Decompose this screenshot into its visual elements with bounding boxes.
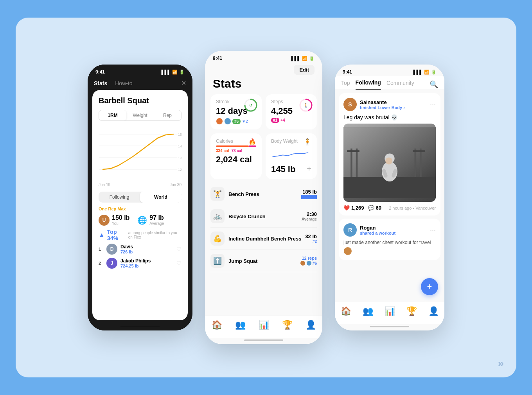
stats-page-title: Stats <box>205 75 322 94</box>
close-icon[interactable]: ✕ <box>181 79 186 87</box>
add-bodyweight-icon[interactable]: + <box>307 164 311 173</box>
post-header-1: S Sainasante finished Lower Body › ··· <box>343 98 436 111</box>
calorie-pink-fill <box>249 145 256 147</box>
status-icons-3: ▌▌▌ 📶 🔋 <box>413 70 437 75</box>
svg-rect-25 <box>415 149 417 177</box>
calories-label: Calories <box>216 138 233 144</box>
more-icon-1[interactable]: ··· <box>430 101 436 109</box>
steps-ring: 🚶 <box>299 98 313 112</box>
tab-howto[interactable]: How-to <box>115 80 132 86</box>
time-2: 9:41 <box>213 56 222 61</box>
exercise-row-2: 🚲 Bicycle Crunch 2:30 Average <box>210 205 317 228</box>
svg-text:↺: ↺ <box>249 103 253 108</box>
avatar-jakob: J <box>106 258 117 269</box>
status-icons-2: ▌▌▌ 📶 🔋 <box>291 56 315 61</box>
comment-icon-1: 💬 <box>368 205 374 211</box>
home-indicator-2 <box>244 339 283 341</box>
nav-stats-2[interactable]: 📊 <box>259 320 269 330</box>
tab-community[interactable]: Community <box>386 80 414 89</box>
phone-1: 9:41 ▌▌▌ 📶 🔋 Stats How-to ✕ Barbell Squa… <box>88 65 192 330</box>
lb-name-1: Davis <box>120 244 173 250</box>
calories-card: Calories 🔥 334 cal 73 cal 2,024 cal <box>210 133 262 179</box>
gym-image-svg <box>343 124 436 202</box>
svg-rect-27 <box>413 150 425 152</box>
nav-home-3[interactable]: 🏠 <box>341 306 351 316</box>
nav-profile-3[interactable]: 👤 <box>428 306 439 316</box>
svg-text:130: 130 <box>178 156 182 160</box>
phone-2: 9:41 ▌▌▌ 📶 🔋 Edit Stats Streak <box>205 51 322 344</box>
lb-name-2: Jakob Philips <box>120 258 173 264</box>
phone1-tabs: Stats How-to <box>94 80 133 86</box>
chart-area: 150 140 130 120 <box>99 126 182 181</box>
time-1: 9:41 <box>95 69 105 75</box>
username-1: Sainasante <box>360 99 427 105</box>
steps-card: Steps 🚶 4,255 #1 +4 <box>266 94 317 129</box>
bodyweight-card: Body Weight 🧍 145 lb + <box>266 133 317 179</box>
nav-home-2[interactable]: 🏠 <box>212 320 222 330</box>
metric-rep[interactable]: Rep <box>154 110 181 120</box>
post-header-2: R Rogan shared a workout ··· <box>343 223 436 237</box>
my-label: You <box>112 221 129 226</box>
subtitle-1: finished Lower Body › <box>360 105 427 110</box>
svg-rect-26 <box>420 149 422 177</box>
phone1-card: Barbell Squat 1RM Weight Rep <box>92 90 188 320</box>
exercise-list: 🏋️ Bench Press 185 lb Top 21% 🚲 Bicycle … <box>205 183 322 316</box>
my-weight: 150 lb <box>112 214 129 221</box>
svg-text:140: 140 <box>178 144 182 148</box>
avg-weight: 97 lb <box>149 214 164 221</box>
lb-toggle: Following World <box>99 192 182 203</box>
lb-row-2: 2 J Jakob Philips 724.25 lb ♡ <box>99 258 182 269</box>
edit-button[interactable]: Edit <box>294 65 315 75</box>
avg-label: Average <box>149 221 164 226</box>
phone2-nav: 🏠 👥 📊 🏆 👤 <box>205 316 322 338</box>
post-card-1: S Sainasante finished Lower Body › ··· L… <box>339 93 440 215</box>
heart-icon-2[interactable]: ♡ <box>176 260 182 266</box>
svg-text:150: 150 <box>178 133 182 136</box>
lb-row-1: 1 D Davis 726 lb ♡ <box>99 244 182 255</box>
heart-icon-1[interactable]: ♡ <box>176 246 182 252</box>
person-icon: 🧍 <box>304 138 311 145</box>
svg-rect-23 <box>356 149 358 177</box>
lb-following[interactable]: Following <box>99 192 140 203</box>
avatar-davis: D <box>106 244 117 255</box>
calorie-bar <box>216 145 256 147</box>
bodyweight-label: Body Weight <box>271 138 298 144</box>
calorie-orange-fill <box>216 145 249 147</box>
tab-top[interactable]: Top <box>341 80 350 89</box>
more-icon-2[interactable]: ··· <box>430 226 436 234</box>
post-card-2: R Rogan shared a workout ··· just made a… <box>339 219 440 260</box>
top-pct: Top 34% <box>107 229 126 241</box>
cal-orange: 334 cal <box>216 149 229 153</box>
post-stats-1: ❤️ 1,269 💬 69 2 hours ago • Vancouver <box>343 205 436 211</box>
metric-tabs: 1RM Weight Rep <box>99 110 182 121</box>
phone1-header: Stats How-to ✕ <box>88 76 192 90</box>
nav-people-3[interactable]: 👥 <box>363 306 373 316</box>
steps-avatars: #1 +4 <box>271 118 311 123</box>
status-icons-1: ▌▌▌ 📶 🔋 <box>162 70 185 75</box>
streak-avatars: #6 ▼2 <box>216 118 256 125</box>
post-text-2: just made another chest workout for trav… <box>343 240 436 245</box>
subtitle-2: shared a workout <box>360 231 427 235</box>
nav-people-2[interactable]: 👥 <box>235 320 246 330</box>
status-bar-1: 9:41 ▌▌▌ 📶 🔋 <box>88 65 192 76</box>
post-text-1: Leg day was brutal 💀 <box>343 114 436 120</box>
fab-button[interactable]: + <box>421 278 438 295</box>
exercise-row-4: ⬆️ Jump Squat 12 reps #6 <box>210 250 317 272</box>
svg-text:🚶: 🚶 <box>304 103 309 108</box>
phone2-header-bar: Edit <box>205 63 322 75</box>
tab-following[interactable]: Following <box>356 79 381 90</box>
metric-weight[interactable]: Weight <box>126 110 154 120</box>
chart-svg: 150 140 130 120 <box>99 126 182 177</box>
nav-trophy-2[interactable]: 🏆 <box>282 320 293 330</box>
top-sub: among people similar to you on Flex <box>128 231 182 239</box>
tab-stats[interactable]: Stats <box>94 80 107 86</box>
nav-trophy-3[interactable]: 🏆 <box>406 306 417 316</box>
lb-world[interactable]: World <box>140 192 182 203</box>
nav-profile-2[interactable]: 👤 <box>306 320 316 330</box>
exercise-title: Barbell Squat <box>99 96 182 105</box>
metric-1rm[interactable]: 1RM <box>99 110 126 120</box>
feed-content: S Sainasante finished Lower Body › ··· L… <box>335 90 444 302</box>
svg-text:120: 120 <box>178 168 182 172</box>
search-icon-feed[interactable]: 🔍 <box>430 80 438 89</box>
nav-stats-3[interactable]: 📊 <box>385 306 395 316</box>
